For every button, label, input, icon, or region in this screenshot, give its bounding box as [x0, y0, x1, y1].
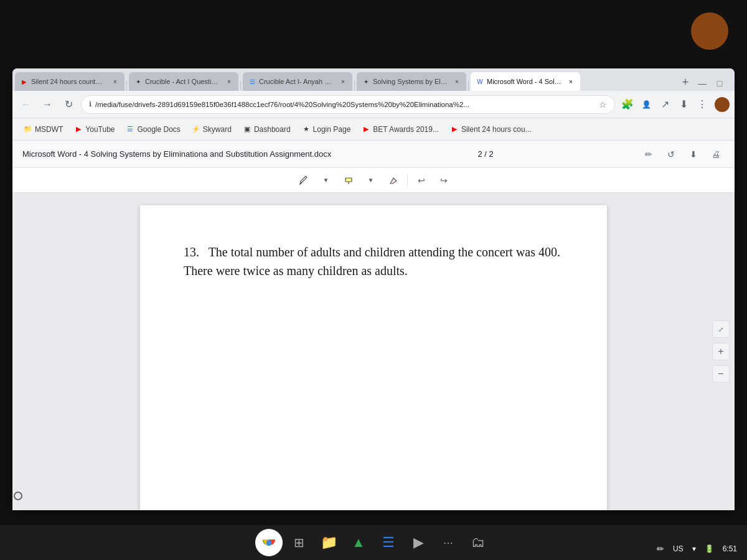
bookmark-bet-label: BET Awards 2019...	[373, 125, 439, 134]
taskbar-apps-icon[interactable]: ⊞	[285, 529, 312, 556]
bookmark-silent24[interactable]: ▶ Silent 24 hours cou...	[445, 123, 537, 136]
profile-avatar[interactable]	[691, 12, 728, 50]
tab-bar: ▶ Silent 24 hours countdown tim... × ✦ C…	[12, 68, 735, 91]
zoom-out-button[interactable]: −	[712, 365, 730, 383]
bookmark-google-docs[interactable]: ☰ Google Docs	[121, 123, 185, 136]
taskbar-dots-icon[interactable]: ⋯	[435, 529, 462, 556]
forward-button[interactable]: →	[39, 96, 56, 113]
download-doc-button[interactable]: ⬇	[685, 146, 702, 163]
window-controls: — □	[695, 76, 732, 91]
undo-button[interactable]: ↩	[413, 172, 430, 189]
skyward-icon: ⚡	[192, 125, 200, 134]
highlighter-dropdown-button[interactable]: ▼	[362, 172, 380, 189]
star-bookmark-icon[interactable]: ☆	[599, 100, 607, 110]
profile-sync-button[interactable]: 👤	[637, 96, 655, 113]
tab-docs-icon: ☰	[248, 77, 256, 86]
address-url: /media/fuse/drivefs-2891d69159e815f0e36f…	[95, 101, 595, 108]
maximize-button[interactable]: □	[712, 76, 727, 91]
share-button[interactable]: ↗	[656, 96, 674, 113]
tab-crucible-close[interactable]: ×	[225, 77, 233, 86]
eraser-tool-button[interactable]	[385, 172, 402, 189]
toolbar-divider	[407, 174, 408, 187]
tab-crucible-act1[interactable]: ✦ Crucible - Act I Questions ×	[129, 72, 238, 91]
tab-separator-4	[468, 81, 469, 91]
bookmark-login[interactable]: ★ Login Page	[297, 123, 356, 136]
bookmark-dashboard-label: Dashboard	[254, 125, 291, 134]
tab-crucible-icon: ✦	[134, 77, 143, 86]
tab-youtube-label: Silent 24 hours countdown tim...	[31, 78, 106, 85]
tab-anyah-close[interactable]: ×	[339, 77, 347, 86]
download-button[interactable]: ⬇	[675, 96, 692, 113]
taskbar-drive-icon[interactable]: ▲	[345, 529, 372, 556]
tab-separator-1	[126, 81, 127, 91]
file-protocol-icon: ℹ	[89, 100, 92, 108]
taskbar-chrome-icon[interactable]	[255, 529, 283, 556]
browser-window: ▶ Silent 24 hours countdown tim... × ✦ C…	[12, 68, 735, 510]
side-controls: ⤢ + −	[712, 320, 730, 383]
pen-tool-button[interactable]	[295, 172, 312, 189]
bookmark-bet-awards[interactable]: ▶ BET Awards 2019...	[357, 123, 444, 136]
document-text: 13. The total number of adults and child…	[184, 243, 563, 280]
drawing-toolbar: ▼ ▼ ↩ ↪	[12, 168, 735, 193]
highlighter-tool-button[interactable]	[340, 172, 357, 189]
bookmark-silent24-label: Silent 24 hours cou...	[461, 125, 532, 134]
tab-youtube-icon: ▶	[20, 77, 29, 86]
bookmark-dashboard[interactable]: ▣ Dashboard	[238, 123, 296, 136]
tab-word-close[interactable]: ×	[566, 77, 575, 86]
more-options-button[interactable]: ⋮	[693, 96, 711, 113]
tab-solving-icon: ✦	[362, 77, 370, 86]
dashboard-icon: ▣	[243, 125, 251, 134]
bookmark-youtube[interactable]: ▶ YouTube	[69, 123, 120, 136]
print-doc-button[interactable]: 🖨	[707, 146, 725, 163]
redo-button[interactable]: ↪	[435, 172, 453, 189]
bookmark-msdwt-label: MSDWT	[35, 125, 63, 134]
address-bar[interactable]: ℹ /media/fuse/drivefs-2891d69159e815f0e3…	[81, 95, 615, 114]
bookmark-login-label: Login Page	[313, 125, 351, 134]
tabs-container: ▶ Silent 24 hours countdown tim... × ✦ C…	[15, 72, 674, 91]
pen-dropdown-button[interactable]: ▼	[317, 172, 335, 189]
taskbar-files-icon[interactable]: 📁	[315, 529, 342, 556]
new-tab-button[interactable]: +	[677, 73, 694, 91]
nav-avatar[interactable]	[715, 97, 730, 112]
back-button[interactable]: ←	[17, 96, 35, 113]
battery-icon[interactable]: 🔋	[702, 543, 716, 554]
bookmarks-bar: 📁 MSDWT ▶ YouTube ☰ Google Docs ⚡ Skywar…	[12, 118, 735, 141]
minimize-button[interactable]: —	[695, 76, 710, 91]
taskbar-play-icon[interactable]: ▶	[405, 529, 432, 556]
bottom-left-indicator	[14, 492, 22, 500]
pen-tray-icon[interactable]: ✏	[654, 543, 667, 555]
wifi-icon[interactable]: ▾	[690, 543, 698, 554]
tab-youtube-close[interactable]: ×	[111, 77, 120, 86]
edit-doc-button[interactable]: ✏	[640, 146, 657, 163]
taskbar-docs-icon[interactable]: ☰	[375, 529, 402, 556]
bookmark-skyward[interactable]: ⚡ Skyward	[187, 123, 237, 136]
locale-indicator[interactable]: US	[670, 543, 686, 554]
extensions-button[interactable]: 🧩	[619, 96, 636, 113]
tab-word-active[interactable]: W Microsoft Word - 4 Solving Sys... ×	[471, 72, 580, 91]
clock[interactable]: 6:51	[720, 543, 740, 554]
tab-crucible-anyah[interactable]: ☰ Crucible Act I- Anyah Wiggins ×	[243, 72, 352, 91]
tab-separator-3	[354, 81, 355, 91]
zoom-in-button[interactable]: +	[712, 343, 730, 360]
tab-separator-2	[240, 81, 241, 91]
bookmark-msdwt[interactable]: 📁 MSDWT	[19, 123, 68, 136]
navigation-bar: ← → ↻ ℹ /media/fuse/drivefs-2891d69159e8…	[12, 91, 735, 118]
refresh-doc-button[interactable]: ↺	[662, 146, 680, 163]
bookmark-skyward-label: Skyward	[203, 125, 232, 134]
tab-solving-systems[interactable]: ✦ Solving Systems by Eliminatio... ×	[357, 72, 466, 91]
tab-crucible-label: Crucible - Act I Questions	[145, 78, 220, 85]
tab-anyah-label: Crucible Act I- Anyah Wiggins	[259, 78, 334, 85]
silent24-icon: ▶	[450, 125, 459, 134]
youtube-bookmark-icon: ▶	[74, 125, 83, 134]
tab-youtube-countdown[interactable]: ▶ Silent 24 hours countdown tim... ×	[15, 72, 125, 91]
bookmark-docs-label: Google Docs	[137, 125, 180, 134]
reload-button[interactable]: ↻	[60, 96, 77, 113]
taskbar-folder2-icon[interactable]: 🗂	[464, 529, 492, 556]
tab-word-icon: W	[476, 77, 484, 86]
tab-solving-close[interactable]: ×	[453, 77, 461, 86]
msdwt-icon: 📁	[24, 125, 32, 134]
tab-word-label: Microsoft Word - 4 Solving Sys...	[487, 78, 561, 85]
zoom-fit-button[interactable]: ⤢	[712, 320, 730, 338]
document-title: Microsoft Word - 4 Solving Systems by El…	[22, 149, 331, 159]
google-docs-icon: ☰	[126, 125, 134, 134]
